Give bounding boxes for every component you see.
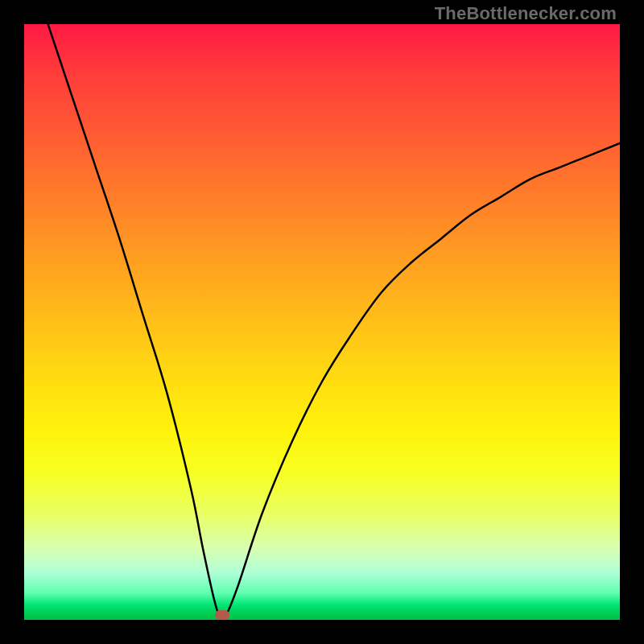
chart-frame: TheBottlenecker.com [0, 0, 644, 644]
minimum-marker [215, 610, 229, 620]
bottleneck-curve [48, 24, 620, 618]
plot-area [24, 24, 620, 620]
attribution-label: TheBottlenecker.com [435, 3, 617, 24]
curve-svg [24, 24, 620, 620]
